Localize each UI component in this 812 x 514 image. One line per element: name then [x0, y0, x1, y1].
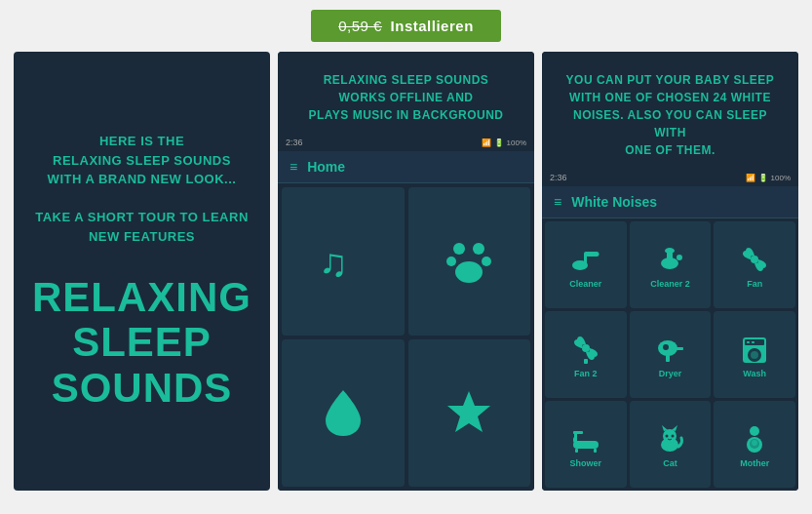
svg-point-3: [446, 257, 456, 266]
shower-label: Shower: [570, 458, 602, 468]
fan2-label: Fan 2: [574, 369, 598, 378]
cat-label: Cat: [663, 458, 677, 468]
svg-point-43: [752, 440, 757, 446]
screen-3: YOU CAN PUT YOUR BABY SLEEPWITH ONE OF C…: [542, 52, 798, 491]
svg-marker-6: [447, 391, 490, 432]
app-header-3: ≡ White Noises: [542, 186, 798, 218]
svg-marker-36: [662, 425, 668, 431]
cleaner2-icon: [654, 244, 685, 275]
screen2-ui: 2:36 📶 🔋 100% ≡ Home ♫: [278, 134, 534, 491]
svg-point-13: [665, 248, 675, 254]
svg-text:♫: ♫: [319, 241, 348, 284]
white-noises-grid: Cleaner Cleaner 2: [542, 218, 798, 491]
grid-cell-fan[interactable]: Fan: [714, 221, 795, 308]
install-button[interactable]: 0,59 € Installieren: [311, 10, 501, 42]
status-bar-3: 2:36 📶 🔋 100%: [542, 169, 798, 186]
screen2-description: RELAXING SLEEP SOUNDSWORKS OFFLINE ANDPL…: [278, 52, 534, 134]
grid-cell-drop[interactable]: [282, 339, 405, 488]
svg-point-15: [751, 256, 758, 263]
dryer-label: Dryer: [659, 369, 682, 378]
hamburger-icon-2[interactable]: ≡: [290, 159, 297, 175]
screen3-ui: 2:36 📶 🔋 100% ≡ White Noises: [542, 169, 798, 491]
svg-point-39: [672, 435, 675, 438]
cleaner2-label: Cleaner 2: [650, 279, 690, 289]
status-icons-3: 📶 🔋 100%: [746, 174, 791, 182]
status-time-3: 2:36: [550, 173, 567, 182]
svg-point-21: [663, 344, 669, 350]
price-label: 0,59 €: [338, 18, 382, 34]
svg-rect-32: [575, 449, 578, 453]
wash-icon: [739, 334, 770, 365]
svg-point-10: [594, 252, 599, 257]
grid-cell-fan2[interactable]: Fan 2: [545, 311, 627, 398]
fan-icon: [739, 244, 770, 275]
svg-point-40: [750, 426, 759, 436]
grid-cell-paw[interactable]: [408, 187, 531, 336]
grid-cell-cat[interactable]: Cat: [630, 401, 712, 488]
music-icon: ♫: [319, 237, 367, 286]
svg-rect-17: [584, 359, 588, 364]
star-icon: [445, 388, 493, 437]
screen-2: RELAXING SLEEP SOUNDSWORKS OFFLINE ANDPL…: [278, 52, 534, 491]
fan-label: Fan: [747, 279, 762, 289]
grid-cell-mother[interactable]: Mother: [714, 401, 795, 488]
svg-rect-19: [674, 347, 683, 350]
status-bar-2: 2:36 📶 🔋 100%: [278, 134, 534, 151]
screen3-description: YOU CAN PUT YOUR BABY SLEEPWITH ONE OF C…: [542, 52, 798, 169]
dryer-icon: [654, 334, 685, 365]
fan2-icon: [570, 334, 601, 365]
drop-icon: [321, 388, 366, 437]
svg-point-1: [453, 243, 465, 255]
grid-cell-dryer[interactable]: Dryer: [630, 311, 712, 398]
grid-cell-cleaner[interactable]: Cleaner: [545, 221, 627, 308]
status-time-2: 2:36: [286, 138, 303, 147]
svg-point-4: [482, 257, 491, 266]
app-header-title-2: Home: [307, 159, 345, 175]
svg-point-35: [663, 429, 677, 443]
svg-point-2: [473, 243, 484, 255]
app-header-2: ≡ Home: [278, 151, 534, 183]
svg-rect-26: [747, 341, 750, 343]
svg-point-5: [455, 261, 483, 283]
svg-point-16: [582, 344, 590, 352]
svg-rect-31: [573, 431, 583, 434]
paw-icon: [445, 237, 493, 286]
cat-icon: [654, 423, 685, 455]
screen-1: HERE IS THERELAXING SLEEP SOUNDSWITH A B…: [14, 52, 270, 491]
svg-rect-27: [752, 341, 754, 343]
install-label: Installieren: [391, 18, 474, 34]
install-bar: 0,59 € Installieren: [0, 0, 812, 52]
cleaner-icon: [570, 244, 601, 275]
wash-label: Wash: [743, 369, 766, 378]
svg-rect-20: [666, 355, 670, 362]
svg-point-14: [677, 255, 682, 260]
grid-cell-shower[interactable]: Shower: [545, 401, 627, 488]
svg-rect-33: [594, 449, 597, 453]
grid-cell-music[interactable]: ♫: [282, 187, 405, 336]
grid-cell-star[interactable]: [408, 339, 531, 488]
svg-rect-28: [573, 441, 599, 449]
screen1-title: RELAXING SLEEP SOUNDS: [32, 275, 251, 411]
home-grid: ♫: [278, 183, 534, 491]
shower-icon: [570, 423, 601, 455]
screens-container: HERE IS THERELAXING SLEEP SOUNDSWITH A B…: [0, 52, 812, 491]
status-icons-2: 📶 🔋 100%: [482, 138, 526, 147]
cleaner-label: Cleaner: [569, 279, 601, 289]
grid-cell-cleaner2[interactable]: Cleaner 2: [630, 221, 712, 308]
svg-point-38: [666, 435, 669, 438]
screen1-intro: HERE IS THERELAXING SLEEP SOUNDSWITH A B…: [35, 132, 249, 246]
mother-icon: [739, 423, 770, 455]
app-header-title-3: White Noises: [571, 194, 657, 210]
svg-point-25: [751, 351, 758, 359]
grid-cell-wash[interactable]: Wash: [714, 311, 795, 398]
hamburger-icon-3[interactable]: ≡: [554, 194, 561, 210]
mother-label: Mother: [740, 458, 769, 468]
svg-marker-37: [672, 425, 677, 431]
